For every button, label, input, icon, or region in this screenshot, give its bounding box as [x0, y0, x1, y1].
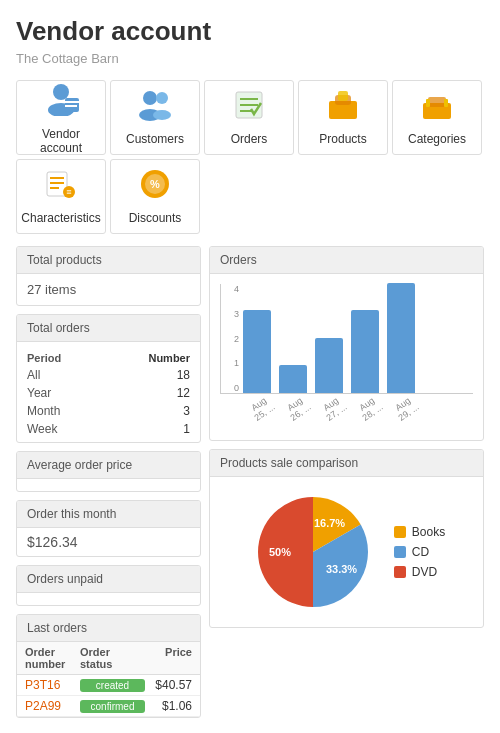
chart-bar: [351, 310, 379, 393]
pie-chart-header: Products sale comparison: [210, 450, 483, 477]
chart-bar: [315, 338, 343, 393]
y-label-0: 0: [221, 383, 239, 393]
y-axis-labels: 4 3 2 1 0: [221, 284, 241, 393]
order-number[interactable]: P2A99: [25, 699, 80, 713]
legend-label: DVD: [412, 565, 437, 579]
period-cell: All: [23, 366, 102, 384]
svg-point-5: [143, 91, 157, 105]
order-this-month-value: $126.34: [17, 528, 200, 556]
last-orders-card: Last orders Order number Order status Pr…: [16, 614, 201, 718]
svg-rect-17: [428, 97, 446, 107]
last-orders-list: P3T16 created $40.57 P2A99 confirmed $1.…: [17, 675, 200, 717]
total-products-value: 27 items: [27, 282, 190, 297]
orders-bar-chart: 4 3 2 1 0 Aug 25, ...Aug 26, ...Aug 27, …: [210, 274, 483, 440]
categories-icon: [421, 89, 453, 128]
order-price: $1.06: [162, 699, 192, 713]
orders-unpaid-card: Orders unpaid: [16, 565, 201, 606]
legend-label: CD: [412, 545, 429, 559]
order-status-badge: confirmed: [80, 700, 145, 713]
characteristics-icon: ≡: [45, 168, 77, 207]
nav-vendor-account[interactable]: Vendor account: [16, 80, 106, 155]
chart-bar: [387, 283, 415, 393]
orders-chart-card: Orders 4 3 2 1 0: [209, 246, 484, 441]
vendor-account-icon: [43, 80, 79, 123]
left-panel: Total products 27 items Total orders Per…: [16, 246, 201, 718]
period-col-header: Period: [23, 350, 102, 366]
number-col-header: Number: [102, 350, 194, 366]
nav-products[interactable]: Products: [298, 80, 388, 155]
chart-bars: [243, 284, 473, 393]
period-cell: Year: [23, 384, 102, 402]
y-label-3: 3: [221, 309, 239, 319]
legend-item-dvd: DVD: [394, 565, 445, 579]
pie-chart-container: 16.7%33.3%50%: [248, 487, 378, 617]
x-axis-label: Aug 26, ...: [281, 392, 321, 433]
y-label-2: 2: [221, 334, 239, 344]
nav-discounts[interactable]: % Discounts: [110, 159, 200, 234]
svg-point-8: [153, 110, 171, 120]
orders-icon: [233, 89, 265, 128]
x-axis-label: Aug 28, ...: [353, 392, 393, 433]
pie-label-cd: 33.3%: [326, 563, 357, 575]
y-label-1: 1: [221, 358, 239, 368]
last-orders-columns: Order number Order status Price: [17, 642, 200, 675]
nav-orders[interactable]: Orders: [204, 80, 294, 155]
nav-characteristics-label: Characteristics: [21, 211, 100, 225]
chart-bar: [243, 310, 271, 393]
right-panel: Orders 4 3 2 1 0: [209, 246, 484, 718]
total-products-header: Total products: [17, 247, 200, 274]
col-order-price: Price: [157, 642, 200, 674]
pie-svg: 16.7%33.3%50%: [248, 487, 378, 617]
orders-unpaid-header: Orders unpaid: [17, 566, 200, 593]
period-cell: Month: [23, 402, 102, 420]
avg-order-value: [17, 479, 200, 491]
svg-point-7: [156, 92, 168, 104]
svg-text:≡: ≡: [66, 187, 71, 197]
order-status-badge: created: [80, 679, 145, 692]
legend-dot: [394, 566, 406, 578]
legend-item-cd: CD: [394, 545, 445, 559]
navigation: Vendor account Customers: [16, 80, 484, 234]
legend-label: Books: [412, 525, 445, 539]
table-row: Month3: [23, 402, 194, 420]
col-order-number: Order number: [17, 642, 72, 674]
order-this-month-card: Order this month $126.34: [16, 500, 201, 557]
order-price: $40.57: [155, 678, 192, 692]
pie-legend: Books CD DVD: [394, 525, 445, 579]
x-axis-label: Aug 25, ...: [245, 392, 285, 433]
y-label-4: 4: [221, 284, 239, 294]
svg-rect-15: [338, 91, 348, 101]
order-number[interactable]: P3T16: [25, 678, 80, 692]
total-products-card: Total products 27 items: [16, 246, 201, 306]
chart-bar: [279, 365, 307, 393]
nav-vendor-account-label: Vendor account: [23, 127, 99, 155]
customers-icon: [137, 89, 173, 128]
pie-chart-section: 16.7%33.3%50% Books CD DVD: [210, 477, 483, 627]
page-title: Vendor account: [16, 16, 484, 47]
nav-orders-label: Orders: [231, 132, 268, 146]
legend-dot: [394, 526, 406, 538]
orders-summary-table: Period Number All18Year12Month3Week1: [23, 350, 194, 438]
nav-customers[interactable]: Customers: [110, 80, 200, 155]
bar-chart-area: 4 3 2 1 0: [220, 284, 473, 394]
svg-rect-18: [426, 99, 430, 107]
nav-characteristics[interactable]: ≡ Characteristics: [16, 159, 106, 234]
products-icon: [327, 89, 359, 128]
table-row: Week1: [23, 420, 194, 438]
number-cell: 1: [102, 420, 194, 438]
avg-order-header: Average order price: [17, 452, 200, 479]
nav-customers-label: Customers: [126, 132, 184, 146]
list-item: P3T16 created $40.57: [17, 675, 200, 696]
nav-categories[interactable]: Categories: [392, 80, 482, 155]
pie-label-dvd: 50%: [269, 546, 291, 558]
x-axis-labels: Aug 25, ...Aug 26, ...Aug 27, ...Aug 28,…: [220, 398, 473, 430]
total-orders-card: Total orders Period Number All18Year12Mo…: [16, 314, 201, 443]
period-cell: Week: [23, 420, 102, 438]
last-orders-header: Last orders: [17, 615, 200, 642]
orders-unpaid-value: [17, 593, 200, 605]
legend-item-books: Books: [394, 525, 445, 539]
table-row: Year12: [23, 384, 194, 402]
x-axis-label: Aug 27, ...: [317, 392, 357, 433]
nav-products-label: Products: [319, 132, 366, 146]
number-cell: 3: [102, 402, 194, 420]
